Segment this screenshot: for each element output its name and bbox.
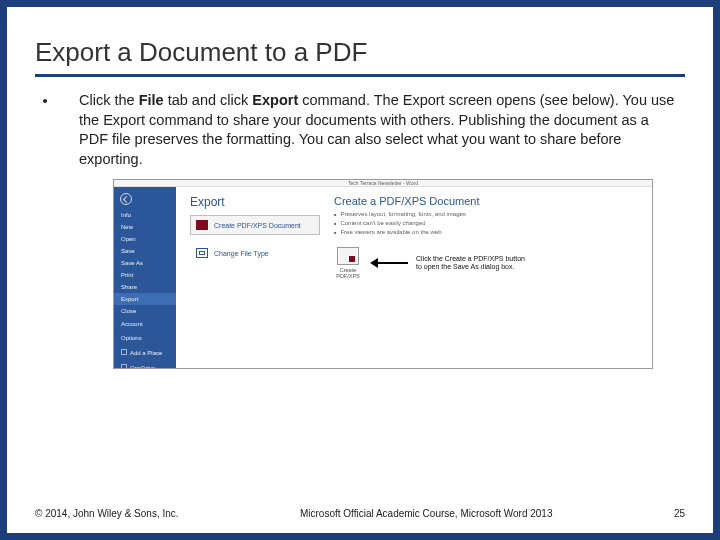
sidebar-item-export[interactable]: Export [114, 293, 176, 305]
window-titlebar: Tech Terrace Newsletter - Word [114, 180, 652, 187]
sidebar-item-close[interactable]: Close [114, 305, 176, 317]
detail-line: Preserves layout, formatting, fonts, and… [334, 211, 652, 219]
sidebar-item-new[interactable]: New [114, 221, 176, 233]
pdf-icon [196, 220, 208, 230]
t1: Click the [79, 92, 139, 108]
embedded-screenshot: Tech Terrace Newsletter - Word Info New … [113, 179, 653, 369]
detail-line: Content can't be easily changed [334, 220, 652, 228]
callout-arrow [370, 258, 408, 268]
sidebar-item-addplace[interactable]: Add a Place [114, 345, 176, 360]
backstage-main: Export Create PDF/XPS Document Change Fi… [176, 187, 652, 369]
square-icon [121, 349, 127, 355]
footer-page: 25 [674, 508, 685, 519]
slide-footer: © 2014, John Wiley & Sons, Inc. Microsof… [35, 508, 685, 519]
backstage-sidebar: Info New Open Save Save As Print Share E… [114, 187, 176, 369]
sidebar-item-options[interactable]: Options [114, 331, 176, 345]
sidebar-item-print[interactable]: Print [114, 269, 176, 281]
callout-line-1: Click the Create a PDF/XPS button [416, 255, 525, 263]
option-label: Create PDF/XPS Document [214, 222, 301, 229]
slide: Export a Document to a PDF • Click the F… [7, 7, 713, 533]
create-pdfxps-button[interactable]: Create PDF/XPS [334, 247, 362, 279]
option-create-pdfxps[interactable]: Create PDF/XPS Document [190, 215, 320, 235]
back-icon[interactable] [120, 193, 132, 205]
option-change-file-type[interactable]: Change File Type [190, 243, 320, 263]
file-type-icon [196, 248, 208, 258]
sidebar-item-onedrive[interactable]: OneDrive [114, 360, 176, 369]
sidebar-item-open[interactable]: Open [114, 233, 176, 245]
detail-heading: Create a PDF/XPS Document [334, 195, 652, 207]
footer-course: Microsoft Official Academic Course, Micr… [179, 508, 674, 519]
square-icon [121, 364, 127, 369]
bold-export: Export [252, 92, 298, 108]
pdfxps-button-icon [337, 247, 359, 265]
bullet-marker: • [35, 91, 55, 169]
sidebar-item-account[interactable]: Account [114, 317, 176, 331]
bold-file: File [139, 92, 164, 108]
t2: tab and click [164, 92, 253, 108]
detail-line: Free viewers are available on the web [334, 229, 652, 237]
sidebar-item-save[interactable]: Save [114, 245, 176, 257]
callout-text: Click the Create a PDF/XPS button to ope… [416, 255, 525, 272]
sidebar-item-share[interactable]: Share [114, 281, 176, 293]
sidebar-item-saveas[interactable]: Save As [114, 257, 176, 269]
sidebar-item-info[interactable]: Info [114, 209, 176, 221]
bullet-item: • Click the File tab and click Export co… [35, 91, 685, 169]
slide-title: Export a Document to a PDF [35, 37, 685, 77]
bullet-text: Click the File tab and click Export comm… [79, 91, 685, 169]
export-heading: Export [190, 195, 320, 209]
button-label: Create PDF/XPS [334, 267, 362, 279]
callout-line-2: to open the Save As dialog box. [416, 263, 525, 271]
option-label: Change File Type [214, 250, 269, 257]
footer-copyright: © 2014, John Wiley & Sons, Inc. [35, 508, 179, 519]
